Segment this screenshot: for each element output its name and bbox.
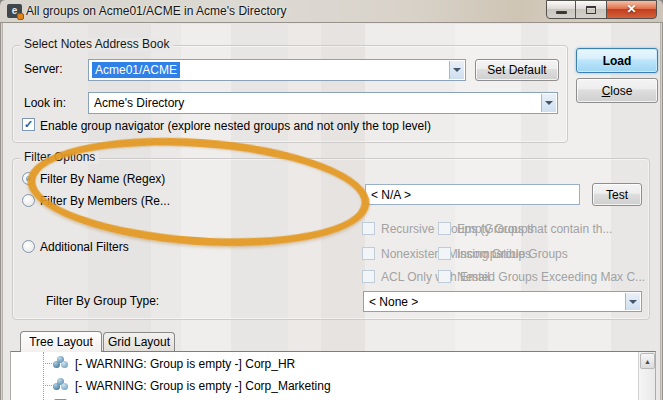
groupbox-filter-options-legend: Filter Options xyxy=(20,151,99,164)
checkbox-acl-only-email[interactable] xyxy=(362,270,375,283)
tab-tree-layout[interactable]: Tree Layout xyxy=(20,331,102,352)
group-icon xyxy=(53,356,69,370)
dialog-window: e All groups on Acme01/ACME in Acme's Di… xyxy=(0,0,663,400)
radio-filter-by-name-label: Filter By Name (Regex) xyxy=(40,172,165,186)
tree-item-corp-marketing[interactable]: [- WARNING: Group is empty -] Corp_Marke… xyxy=(11,376,631,398)
test-button[interactable]: Test xyxy=(592,183,642,206)
checkbox-recursive-groups[interactable] xyxy=(362,222,375,235)
close-button-accelerator: C xyxy=(602,84,611,98)
lock-icon xyxy=(17,13,24,20)
tree-item-corp-hr[interactable]: [- WARNING: Group is empty -] Corp_HR xyxy=(11,354,631,376)
minimize-icon xyxy=(556,11,567,14)
radio-filter-by-name[interactable] xyxy=(22,172,35,185)
navigator-checkbox-label: Enable group navigator (explore nested g… xyxy=(40,119,431,133)
chevron-down-icon xyxy=(545,101,553,105)
groupbox-address-book-legend: Select Notes Address Book xyxy=(20,38,173,51)
name-filter-input[interactable]: < N/A > xyxy=(365,184,580,205)
checkbox-incompatible-groups-label: Incompatible Groups xyxy=(457,247,568,261)
minimize-button[interactable] xyxy=(546,0,576,19)
group-type-combobox[interactable]: < None > xyxy=(363,291,642,312)
title-bar[interactable]: e All groups on Acme01/ACME in Acme's Di… xyxy=(0,0,663,23)
close-button-label: lose xyxy=(610,84,632,98)
checkmark-icon: ✓ xyxy=(24,119,33,130)
group-icon xyxy=(53,378,69,392)
radio-filter-by-members-label: Filter By Members (Re... xyxy=(40,194,170,208)
server-dropdown-button[interactable] xyxy=(449,61,464,79)
tab-grid-layout[interactable]: Grid Layout xyxy=(103,332,175,351)
tree-item-label: [- WARNING: Group is empty -] Corp_Marke… xyxy=(75,379,331,393)
radio-additional-filters-label: Additional Filters xyxy=(40,240,129,254)
close-window-button[interactable]: ✕ xyxy=(606,0,657,19)
close-icon: ✕ xyxy=(626,1,636,18)
look-in-value: Acme's Directory xyxy=(94,96,184,110)
checkbox-nested-groups-label: Nested Groups Exceeding Max C... xyxy=(457,270,645,284)
look-in-combobox[interactable]: Acme's Directory xyxy=(88,92,558,114)
look-in-label: Look in: xyxy=(24,96,66,110)
radio-filter-by-members[interactable] xyxy=(22,194,35,207)
maximize-button[interactable] xyxy=(575,0,607,19)
radio-additional-filters[interactable] xyxy=(22,240,35,253)
maximize-icon xyxy=(586,6,596,14)
server-selected-value: Acme01/ACME xyxy=(92,62,180,78)
navigator-checkbox[interactable]: ✓ xyxy=(22,118,35,131)
window-frame-left xyxy=(0,23,3,400)
tree-item-label: [- WARNING: Group is empty -] Corp_HR xyxy=(75,357,295,371)
checkbox-nested-groups[interactable] xyxy=(438,270,451,283)
checkbox-empty-groups-label: Empty Groups xyxy=(457,222,534,236)
look-in-dropdown-button[interactable] xyxy=(541,94,556,112)
tree-panel: [- WARNING: Group is empty -] Corp_HR [-… xyxy=(10,351,656,400)
checkbox-nonexistent-groups[interactable] xyxy=(362,247,375,260)
window-title: All groups on Acme01/ACME in Acme's Dire… xyxy=(26,4,286,18)
load-button[interactable]: Load xyxy=(576,48,658,73)
chevron-down-icon xyxy=(453,68,461,72)
app-icon: e xyxy=(7,4,22,18)
close-button[interactable]: Close xyxy=(576,78,658,103)
group-type-label: Filter By Group Type: xyxy=(46,294,159,308)
chevron-down-icon xyxy=(629,300,637,304)
server-label: Server: xyxy=(24,62,63,76)
group-type-dropdown-button[interactable] xyxy=(625,293,640,310)
set-default-button[interactable]: Set Default xyxy=(475,59,559,81)
server-combobox[interactable]: Acme01/ACME xyxy=(88,59,466,81)
checkbox-empty-groups[interactable] xyxy=(438,222,451,235)
tree-scrollbar[interactable]: ▲ xyxy=(638,352,655,400)
scroll-up-button[interactable]: ▲ xyxy=(640,353,655,369)
scroll-up-icon: ▲ xyxy=(644,358,651,365)
checkbox-incompatible-groups[interactable] xyxy=(438,247,451,260)
group-type-value: < None > xyxy=(369,295,418,309)
